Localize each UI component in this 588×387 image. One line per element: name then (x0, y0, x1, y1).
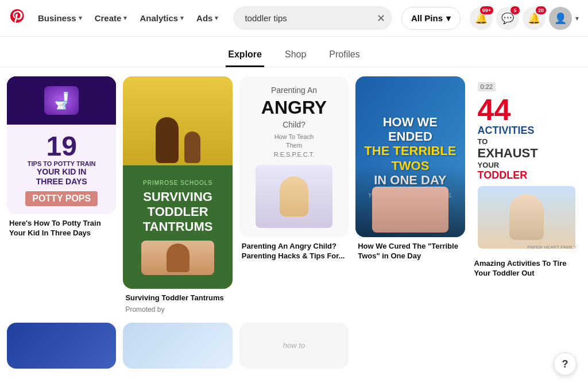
search-clear-button[interactable]: ✕ (377, 12, 385, 25)
business-chevron-icon: ▾ (79, 14, 82, 22)
angry-text2: ANGRY (261, 98, 327, 117)
potty-pops-label: POTTY POPS (25, 191, 98, 206)
main-nav: Business ▾ Create ▾ Analytics ▾ Ads ▾ (32, 10, 224, 26)
list-item[interactable]: PRIMROSE SCHOOLS SURVIVINGTODDLERTANTRUM… (123, 76, 232, 316)
list-item[interactable]: how to (239, 323, 349, 369)
search-bar: ✕ (233, 6, 392, 30)
list-item[interactable]: HOW WE ENDED THE TERRIBLE TWOS IN ONE DA… (355, 76, 465, 316)
tab-shop[interactable]: Shop (283, 44, 308, 67)
nav-business[interactable]: Business ▾ (32, 10, 88, 26)
pin-caption: How We Cured The "Terrible Twos" in One … (355, 237, 465, 264)
list-item[interactable]: Parenting An ANGRY Child? How To TeachTh… (239, 76, 349, 316)
create-chevron-icon: ▾ (123, 14, 127, 22)
search-input[interactable] (233, 6, 392, 30)
potty-title-text: YOUR KID INTHREE DAYS (36, 167, 87, 187)
pin-caption: Amazing Activities To Tire Your Toddler … (472, 254, 581, 281)
main-header: Business ▾ Create ▾ Analytics ▾ Ads ▾ ✕ … (0, 0, 588, 37)
pin-caption: Parenting An Angry Child? Parenting Hack… (239, 237, 349, 264)
messages-button[interactable]: 💬 5 (496, 7, 519, 30)
updates-button[interactable]: 🔔 28 (523, 7, 546, 30)
pin-caption: Surviving Toddler Tantrums (123, 289, 232, 305)
watermark-label: PAPER HEART FAMILY (527, 245, 577, 250)
angry-girl-image (256, 165, 332, 228)
list-item[interactable]: 0:22 44 ACTIVITIES TO EXHAUST YOUR TODDL… (472, 76, 581, 316)
list-item[interactable] (123, 323, 232, 369)
nav-analytics[interactable]: Analytics ▾ (134, 10, 189, 26)
avatar-icon: 👤 (554, 12, 567, 25)
user-avatar-button[interactable]: 👤 (549, 7, 572, 30)
analytics-chevron-icon: ▾ (180, 14, 184, 22)
potty-top-image: 🚽 (7, 76, 116, 125)
nav-create[interactable]: Create ▾ (89, 10, 133, 26)
updates-badge: 28 (535, 6, 547, 15)
terrible-twos-photo (355, 165, 465, 237)
pins-grid-container: 🚽 19 TIPS TO POTTY TRAIN YOUR KID INTHRE… (0, 67, 588, 378)
tab-profiles[interactable]: Profiles (327, 44, 362, 67)
tab-explore[interactable]: Explore (226, 44, 264, 67)
messages-badge: 5 (510, 6, 520, 15)
pins-grid: 🚽 19 TIPS TO POTTY TRAIN YOUR KID INTHRE… (7, 76, 581, 369)
list-item[interactable] (7, 323, 116, 369)
all-pins-filter-button[interactable]: All Pins ▾ (401, 7, 461, 30)
angry-sub: How To TeachThemR.E.S.P.E.C.T. (274, 133, 315, 159)
list-item (355, 323, 465, 369)
activity-number: 44 (478, 95, 575, 125)
notifications-button[interactable]: 🔔 99+ (470, 7, 493, 30)
search-tabs: Explore Shop Profiles (0, 37, 588, 67)
nav-ads[interactable]: Ads ▾ (191, 10, 224, 26)
tantrums-bottom: PRIMROSE SCHOOLS SURVIVINGTODDLERTANTRUM… (123, 165, 232, 289)
pin-caption: Here's How To Potty Train Your Kid In Th… (7, 214, 116, 241)
angry-text3: Child? (283, 120, 305, 129)
activity-toddler: TODDLER (478, 169, 575, 181)
video-time-badge: 0:22 (478, 82, 496, 91)
activity-title: ACTIVITIES (478, 125, 575, 137)
user-chevron-icon[interactable]: ▾ (575, 14, 579, 22)
potty-tips-text: TIPS TO POTTY TRAIN (28, 160, 96, 167)
activity-your: YOUR (478, 161, 575, 169)
header-icons: 🔔 99+ 💬 5 🔔 28 👤 ▾ (470, 7, 579, 30)
all-pins-chevron-icon: ▾ (446, 13, 451, 24)
potty-number: 19 (47, 133, 77, 160)
pin-sub: Promoted by (123, 305, 232, 316)
ads-chevron-icon: ▾ (215, 14, 218, 22)
activity-middle: TO (478, 137, 575, 146)
activity-girl-image (478, 186, 575, 249)
notifications-badge: 99+ (479, 6, 494, 15)
help-button[interactable]: ? (554, 353, 577, 376)
list-item[interactable]: 🚽 19 TIPS TO POTTY TRAIN YOUR KID INTHRE… (7, 76, 116, 316)
pinterest-logo[interactable] (9, 8, 25, 28)
tantrums-top-photo (123, 76, 232, 165)
angry-text1: Parenting An (271, 86, 317, 95)
